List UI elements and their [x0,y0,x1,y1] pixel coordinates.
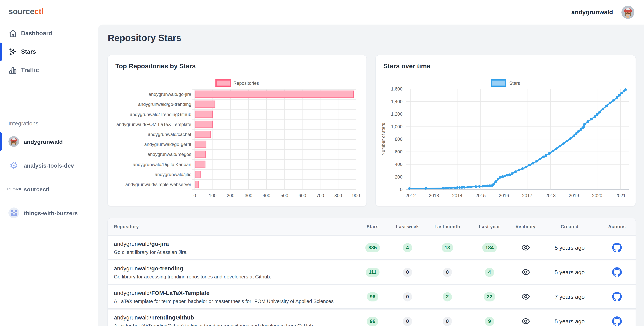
repo-cell[interactable]: andygrunwald/go-jira Go client library f… [108,240,356,255]
last-week-badge: 0 [403,267,412,277]
last-week-badge: 0 [403,316,412,326]
bar-chart-icon [8,66,17,75]
last-year-badge: 9 [485,316,494,326]
svg-text:600: 600 [395,149,402,154]
column-header-created: Created [541,224,598,229]
current-user-name[interactable]: andygrunwald [571,9,613,16]
repo-description: A twitter bot (@TrendingGithub) to tweet… [114,323,356,326]
integrations-section-title: Integrations [8,120,98,127]
svg-text:andygrunwald/cachet: andygrunwald/cachet [148,132,191,137]
last-month-badge: 0 [443,316,452,326]
repo-owner: andygrunwald/ [114,265,151,271]
visibility-eye-icon[interactable] [521,317,530,325]
app-logo[interactable]: sourcectl [0,0,98,16]
svg-text:2015: 2015 [476,193,486,198]
github-link-icon[interactable] [612,243,622,252]
github-link-icon[interactable] [612,267,622,277]
svg-text:2018: 2018 [546,193,556,198]
topbar: andygrunwald [98,0,644,25]
page-title: Repository Stars [108,32,636,44]
integration-label: andygrunwald [24,138,63,145]
column-header-stars: Stars [356,224,389,229]
bar-chart: 0100200300400500600700800900andygrunwald… [108,55,367,207]
svg-text:700: 700 [316,193,324,198]
table-row: andygrunwald/TrendingGithub A twitter bo… [108,308,636,326]
svg-text:andygrunwald/go-trending: andygrunwald/go-trending [138,102,191,107]
svg-text:andygrunwald/go-jira: andygrunwald/go-jira [148,92,191,97]
sidebar-integration-analysis-tools-dev[interactable]: ⚙ analysis-tools-dev [0,156,98,174]
created-cell: 7 years ago [541,293,598,300]
svg-text:600: 600 [298,193,306,198]
repo-name: go-jira [151,240,169,247]
sidebar-item-stars[interactable]: Stars [0,43,98,61]
stars-over-time-card: Stars over time Stars 02004006008001,000… [375,55,636,206]
table-row: andygrunwald/go-jira Go client library f… [108,235,636,259]
repo-owner: andygrunwald/ [114,240,151,247]
repositories-table: Repository Stars Last week Last month La… [107,218,636,326]
svg-text:200: 200 [395,174,402,179]
visibility-eye-icon[interactable] [521,243,530,252]
repo-cell[interactable]: andygrunwald/TrendingGithub A twitter bo… [108,314,356,326]
repo-description: Go client library for Atlassian Jira [114,249,356,255]
main-content: Repository Stars Top Repositories by Sta… [98,25,644,326]
top-repositories-card: Top Repositories by Stars Repositories 0… [107,55,367,206]
sidebar-integration-sourcectl[interactable]: sourcectl sourcectl [0,180,98,198]
svg-text:Number of stars: Number of stars [381,123,386,156]
svg-text:2019: 2019 [569,193,579,198]
svg-text:1,200: 1,200 [391,111,402,117]
svg-text:100: 100 [209,193,216,198]
repo-description: A LaTeX template for term paper, bachelo… [114,298,356,304]
stars-badge: 111 [366,267,380,277]
github-link-icon[interactable] [612,292,622,301]
svg-text:2013: 2013 [429,193,439,198]
buzzer-pixel-icon [8,207,19,218]
table-row: andygrunwald/FOM-LaTeX-Template A LaTeX … [108,284,636,308]
svg-text:500: 500 [280,193,288,198]
svg-text:300: 300 [245,193,252,198]
svg-text:2020: 2020 [592,193,602,198]
svg-text:andygrunwald/megos: andygrunwald/megos [148,152,191,157]
last-week-badge: 0 [403,292,412,301]
created-cell: 5 years ago [541,244,598,251]
column-header-repository: Repository [108,224,356,229]
column-header-visibility: Visibility [510,224,541,229]
svg-text:2021: 2021 [616,193,626,198]
svg-text:2016: 2016 [499,193,509,198]
svg-text:800: 800 [334,193,342,198]
repo-cell[interactable]: andygrunwald/go-trending Go library for … [108,265,356,279]
sidebar-item-label: Stars [21,48,36,55]
created-cell: 5 years ago [541,318,598,324]
integration-avatar-icon [8,136,19,147]
logo-text-ctl: ctl [34,7,44,16]
last-year-badge: 4 [485,267,494,277]
last-week-badge: 4 [403,243,412,252]
svg-text:200: 200 [227,193,234,198]
repo-name: FOM-LaTeX-Template [151,289,210,296]
last-year-badge: 184 [482,243,496,252]
user-avatar[interactable] [622,6,634,19]
line-chart: 02004006008001,0001,2001,4001,6002012201… [376,55,636,207]
svg-text:andygrunwald/DigitalKanban: andygrunwald/DigitalKanban [133,162,191,167]
repo-cell[interactable]: andygrunwald/FOM-LaTeX-Template A LaTeX … [108,289,356,304]
visibility-eye-icon[interactable] [521,292,530,301]
sidebar-item-traffic[interactable]: Traffic [0,61,98,79]
sparkles-icon [8,47,17,56]
svg-text:400: 400 [262,193,270,198]
svg-text:2014: 2014 [452,193,462,198]
visibility-eye-icon[interactable] [521,268,530,276]
github-link-icon[interactable] [612,316,622,326]
svg-text:andygrunwald/jitic: andygrunwald/jitic [155,172,191,177]
integration-label: things-with-buzzers [24,210,78,216]
sidebar-integration-andygrunwald[interactable]: andygrunwald [0,132,98,151]
sidebar-item-label: Dashboard [21,30,52,37]
stars-badge: 885 [365,243,380,252]
sidebar-integration-things-with-buzzers[interactable]: things-with-buzzers [0,204,98,222]
svg-text:400: 400 [395,162,402,167]
column-header-actions: Actions [598,224,636,229]
svg-text:0: 0 [194,193,196,198]
svg-text:1,000: 1,000 [391,124,402,129]
sidebar-item-dashboard[interactable]: Dashboard [0,24,98,43]
active-indicator [0,132,2,151]
svg-text:1,400: 1,400 [391,99,402,104]
table-row: andygrunwald/go-trending Go library for … [108,259,636,284]
